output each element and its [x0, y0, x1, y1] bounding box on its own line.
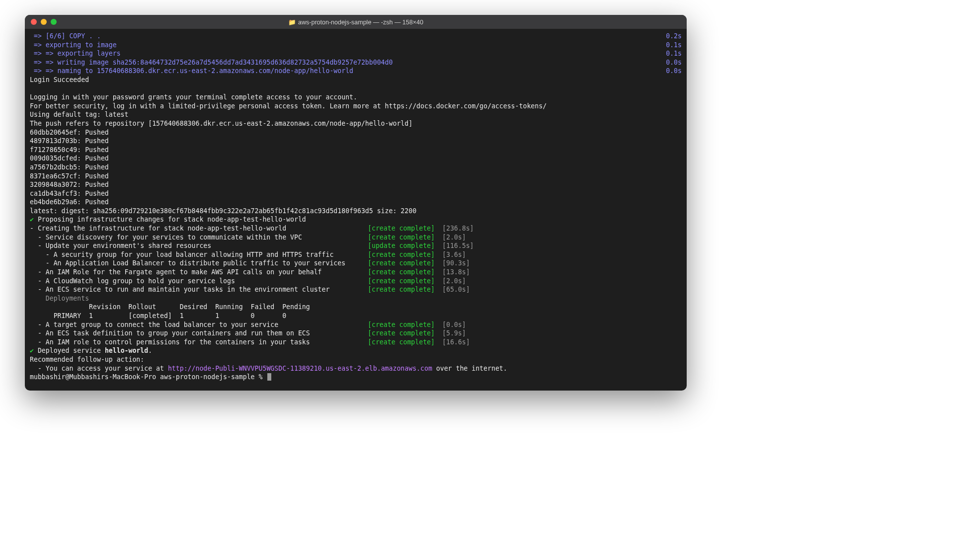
output-line: The push refers to repository [157640688… — [30, 119, 682, 128]
build-line: => exporting to image0.1s — [30, 41, 682, 50]
infra-status: [create complete] — [368, 338, 442, 347]
deployments-header: Revision Rollout Desired Running Failed … — [30, 303, 682, 312]
infra-time: [16.6s] — [442, 338, 470, 347]
infra-desc: - An IAM role to control permissions for… — [30, 338, 368, 347]
infra-row: - A target group to connect the load bal… — [30, 320, 682, 329]
zoom-icon[interactable] — [51, 19, 57, 25]
infra-desc: - An ECS task definition to group your c… — [30, 329, 368, 338]
close-icon[interactable] — [31, 19, 37, 25]
build-step: => exporting to image — [30, 41, 117, 50]
prompt-line[interactable]: mubbashir@Mubbashirs-MacBook-Pro aws-pro… — [30, 373, 682, 382]
infra-status: [create complete] — [368, 277, 442, 286]
build-step: => => exporting layers — [30, 49, 121, 58]
build-line: => => naming to 157640688306.dkr.ecr.us-… — [30, 67, 682, 76]
infra-desc: - An Application Load Balancer to distri… — [30, 259, 368, 268]
infra-row: - Service discovery for your services to… — [30, 233, 682, 242]
check-icon: ✔ — [30, 347, 34, 354]
infra-row: - An ECS task definition to group your c… — [30, 329, 682, 338]
infra-time: [90.3s] — [442, 259, 470, 268]
infra-desc: - A security group for your load balance… — [30, 250, 368, 259]
window-title: 📁aws-proton-nodejs-sample — -zsh — 158×4… — [25, 18, 687, 26]
infra-row: - An IAM Role for the Fargate agent to m… — [30, 268, 682, 277]
infra-time: [2.0s] — [442, 277, 466, 286]
output-line: ca1db43afcf3: Pushed — [30, 189, 682, 198]
check-icon: ✔ — [30, 216, 34, 223]
infra-row: - An IAM role to control permissions for… — [30, 338, 682, 347]
infra-row: - A CloudWatch log group to hold your se… — [30, 277, 682, 286]
infra-row: - An ECS service to run and maintain you… — [30, 285, 682, 294]
infra-time: [65.0s] — [442, 285, 470, 294]
shell-prompt: mubbashir@Mubbashirs-MacBook-Pro aws-pro… — [30, 373, 266, 381]
infra-time: [236.8s] — [442, 224, 474, 233]
infra-status: [create complete] — [368, 259, 442, 268]
output-line: 60dbb20645ef: Pushed — [30, 128, 682, 137]
title-suffix: — -zsh — 158×40 — [371, 19, 423, 26]
infra-desc: - A CloudWatch log group to hold your se… — [30, 277, 368, 286]
build-timing: 0.1s — [666, 41, 682, 50]
output-line: 8371ea6c57cf: Pushed — [30, 172, 682, 181]
infra-desc: - Service discovery for your services to… — [30, 233, 368, 242]
infra-desc: - An ECS service to run and maintain you… — [30, 285, 368, 294]
output-line: eb4bde6b29a6: Pushed — [30, 198, 682, 207]
build-timing: 0.1s — [666, 49, 682, 58]
build-step: => => naming to 157640688306.dkr.ecr.us-… — [30, 67, 353, 76]
output-line — [30, 84, 682, 93]
build-line: => => exporting layers0.1s — [30, 49, 682, 58]
infra-status: [create complete] — [368, 320, 442, 329]
deployed-line: ✔ Deployed service hello-world. — [30, 346, 682, 355]
folder-icon: 📁 — [288, 19, 296, 26]
infra-row: - An Application Load Balancer to distri… — [30, 259, 682, 268]
output-line: 4897813d703b: Pushed — [30, 137, 682, 146]
build-timing: 0.0s — [666, 67, 682, 76]
output-line: For better security, log in with a limit… — [30, 102, 682, 111]
build-timing: 0.0s — [666, 58, 682, 67]
output-line: latest: digest: sha256:09d729210e380cf67… — [30, 207, 682, 216]
output-line: Login Succeeded — [30, 76, 682, 84]
infra-status: [create complete] — [368, 250, 442, 259]
infra-desc: - An IAM Role for the Fargate agent to m… — [30, 268, 368, 277]
infra-time: [13.8s] — [442, 268, 470, 277]
output-line: Logging in with your password grants you… — [30, 93, 682, 102]
infra-status: [update complete] — [368, 241, 442, 250]
terminal-window: 📁aws-proton-nodejs-sample — -zsh — 158×4… — [25, 15, 687, 391]
followup-line: - You can access your service at http://… — [30, 364, 682, 373]
output-line: Using default tag: latest — [30, 110, 682, 119]
terminal-body[interactable]: => [6/6] COPY . .0.2s => exporting to im… — [25, 29, 687, 391]
minimize-icon[interactable] — [41, 19, 47, 25]
propose-line: ✔ Proposing infrastructure changes for s… — [30, 215, 682, 224]
title-folder: aws-proton-nodejs-sample — [298, 19, 371, 26]
infra-time: [0.0s] — [442, 320, 466, 329]
service-url: http://node-Publi-WNVVPU5WGSDC-11389210.… — [168, 365, 432, 372]
output-line: a7567b2dbcb5: Pushed — [30, 163, 682, 172]
infra-status: [create complete] — [368, 268, 442, 277]
build-timing: 0.2s — [666, 32, 682, 41]
infra-row: - Creating the infrastructure for stack … — [30, 224, 682, 233]
cursor-icon — [267, 373, 271, 381]
infra-row: - A security group for your load balance… — [30, 250, 682, 259]
infra-time: [5.9s] — [442, 329, 466, 338]
output-line: 3209848a3072: Pushed — [30, 180, 682, 189]
build-line: => => writing image sha256:8a464732d75e2… — [30, 58, 682, 67]
recommended-label: Recommended follow-up action: — [30, 355, 682, 364]
build-step: => [6/6] COPY . . — [30, 32, 101, 41]
infra-status: [create complete] — [368, 285, 442, 294]
infra-row: - Update your environment's shared resou… — [30, 241, 682, 250]
traffic-lights — [31, 19, 57, 25]
infra-time: [3.6s] — [442, 250, 466, 259]
infra-desc: - Creating the infrastructure for stack … — [30, 224, 368, 233]
build-line: => [6/6] COPY . .0.2s — [30, 32, 682, 41]
output-line: f71278650c49: Pushed — [30, 146, 682, 155]
deployments-label: Deployments — [30, 294, 682, 303]
infra-desc: - A target group to connect the load bal… — [30, 320, 368, 329]
build-step: => => writing image sha256:8a464732d75e2… — [30, 58, 393, 67]
infra-time: [2.0s] — [442, 233, 466, 242]
output-line: 009d035dcfed: Pushed — [30, 154, 682, 163]
service-name: hello-world — [105, 347, 148, 354]
infra-desc: - Update your environment's shared resou… — [30, 241, 368, 250]
titlebar: 📁aws-proton-nodejs-sample — -zsh — 158×4… — [25, 15, 687, 29]
infra-status: [create complete] — [368, 233, 442, 242]
infra-time: [116.5s] — [442, 241, 474, 250]
infra-status: [create complete] — [368, 224, 442, 233]
deployments-row: PRIMARY 1 [completed] 1 1 0 0 — [30, 312, 682, 320]
infra-status: [create complete] — [368, 329, 442, 338]
